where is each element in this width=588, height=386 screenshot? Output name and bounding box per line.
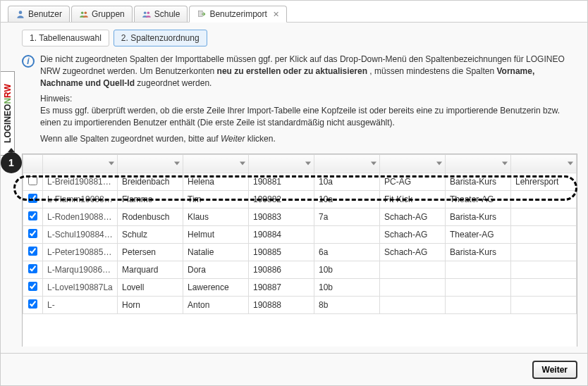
cell-id: L-Marqu19086… (43, 261, 118, 278)
cell (511, 225, 577, 243)
main-tabs: Benutzer Gruppen Schule Benutzerimport ✕ (1, 1, 587, 23)
content-area: 1. Tabellenauswahl 2. Spaltenzuordnung i… (1, 23, 587, 347)
cell: Flamme (118, 190, 183, 208)
column-map-dropdown[interactable] (118, 154, 183, 173)
cell-id: L-Flamm19088… (43, 190, 118, 208)
table-row: L-Flamm19088… Flamme Tim 190882 10a Fit-… (23, 190, 577, 208)
cell: Schach-AG (380, 243, 446, 261)
cell: Lovell (118, 278, 183, 296)
cell: Barista-Kurs (446, 173, 511, 190)
import-table: L-Breid190881He Breidenbach Helena 19088… (22, 154, 577, 347)
table-row: L-Roden190883Kl Rodenbusch Klaus 190883 … (23, 208, 577, 225)
cell (511, 296, 577, 313)
tab-label: Gruppen (92, 9, 125, 19)
cell (380, 278, 446, 296)
tab-groups[interactable]: Gruppen (71, 6, 133, 22)
footer-bar: Weiter (1, 353, 587, 385)
cell: 8b (314, 296, 380, 313)
tab-label: Benutzer (28, 9, 62, 19)
cell: Helena (183, 173, 249, 190)
cell: 190887 (249, 278, 314, 296)
table-row: L-Peter190885Na Petersen Natalie 190885 … (23, 243, 577, 261)
cell-id: L-Breid190881He (43, 173, 118, 190)
column-map-dropdown[interactable] (446, 154, 511, 173)
cell-id: L- (43, 296, 118, 313)
cell: Helmut (183, 225, 249, 243)
wizard-step-1[interactable]: 1. Tabellenauswahl (22, 30, 109, 46)
person-icon (16, 9, 25, 19)
svg-point-0 (19, 11, 23, 14)
row-checkbox[interactable] (28, 211, 37, 220)
cell: Klaus (183, 208, 249, 225)
table-scroll[interactable]: L-Breid190881He Breidenbach Helena 19088… (23, 154, 577, 347)
column-mapping-row (23, 154, 577, 173)
app-window: LOGINEONRW Benutzer Gruppen Schule (0, 0, 588, 386)
table-row: L-Schul190884He Schulz Helmut 190884 Sch… (23, 225, 577, 243)
cell-id: L-Peter190885Na (43, 243, 118, 261)
cell: Schach-AG (380, 208, 446, 225)
cell: Barista-Kurs (446, 243, 511, 261)
row-checkbox[interactable] (28, 176, 37, 185)
svg-point-3 (144, 12, 147, 15)
row-checkbox[interactable] (28, 264, 37, 273)
tab-school[interactable]: Schule (134, 6, 188, 22)
tab-userimport[interactable]: Benutzerimport ✕ (189, 6, 286, 23)
cell: 190882 (249, 190, 314, 208)
row-checkbox[interactable] (28, 299, 37, 309)
cell (446, 296, 511, 313)
row-checkbox[interactable] (28, 282, 37, 291)
cell: 190883 (249, 208, 314, 225)
cell (511, 190, 577, 208)
cell (511, 208, 577, 225)
cell: Theater-AG (446, 190, 511, 208)
cell (511, 278, 577, 296)
next-button[interactable]: Weiter (532, 361, 577, 379)
svg-rect-5 (199, 11, 203, 16)
cell: Anton (183, 296, 249, 313)
close-icon[interactable]: ✕ (273, 10, 279, 19)
cell: Petersen (118, 243, 183, 261)
cell-id: L-Roden190883Kl (43, 208, 118, 225)
cell: Natalie (183, 243, 249, 261)
cell: 190885 (249, 243, 314, 261)
cell (511, 261, 577, 278)
cell: Schulz (118, 225, 183, 243)
table-row: L-Lovel190887La Lovell Lawerence 190887 … (23, 278, 577, 296)
cell (446, 261, 511, 278)
cell: Schach-AG (380, 225, 446, 243)
cell (314, 225, 380, 243)
info-box: i Die nicht zugeordneten Spalten der Imp… (22, 54, 577, 149)
cell: 190888 (249, 296, 314, 313)
row-checkbox[interactable] (28, 229, 37, 238)
info-text: Die nicht zugeordneten Spalten der Impor… (40, 54, 577, 149)
school-icon (142, 9, 152, 19)
import-icon (197, 9, 207, 19)
column-map-dropdown[interactable] (380, 154, 446, 173)
cell: Barista-Kurs (446, 208, 511, 225)
wizard-step-2[interactable]: 2. Spaltenzuordnung (114, 30, 207, 46)
column-map-dropdown[interactable] (43, 154, 118, 173)
row-checkbox[interactable] (28, 194, 37, 203)
cell: 10a (314, 190, 380, 208)
cell: 190884 (249, 225, 314, 243)
group-icon (79, 9, 89, 19)
column-map-dropdown[interactable] (511, 154, 577, 173)
tab-users[interactable]: Benutzer (8, 6, 70, 22)
svg-point-1 (81, 12, 84, 15)
column-map-dropdown[interactable] (183, 154, 249, 173)
cell (446, 278, 511, 296)
row-checkbox[interactable] (28, 247, 37, 256)
cell: Lawerence (183, 278, 249, 296)
cell (380, 296, 446, 313)
cell: Breidenbach (118, 173, 183, 190)
table-row: L- Horn Anton 190888 8b (23, 296, 577, 313)
column-map-dropdown[interactable] (314, 154, 380, 173)
cell: Horn (118, 296, 183, 313)
cell (511, 243, 577, 261)
cell-id: L-Lovel190887La (43, 278, 118, 296)
cell: Marquard (118, 261, 183, 278)
cell: Fit-Kick (380, 190, 446, 208)
cell: 190886 (249, 261, 314, 278)
cell (380, 261, 446, 278)
column-map-dropdown[interactable] (249, 154, 314, 173)
